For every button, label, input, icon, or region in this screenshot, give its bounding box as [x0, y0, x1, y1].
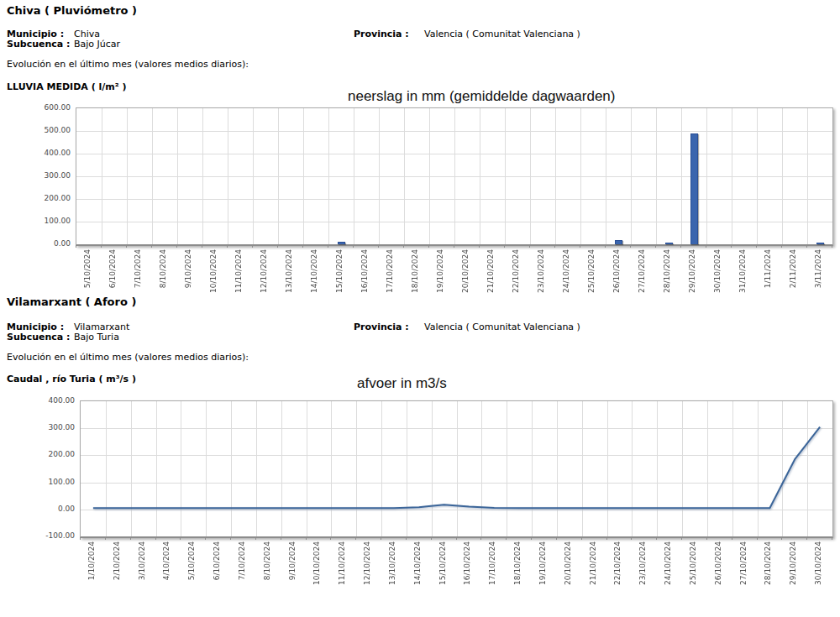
x-axis-tick-label: 12/10/2024 [363, 541, 371, 585]
y-axis-tick-label: 600.00 [18, 103, 71, 112]
x-axis-tick-label: 11/10/2024 [234, 249, 243, 293]
x-axis-tick [406, 537, 407, 540]
horizontal-gridline [76, 154, 832, 154]
subcuenca-label: Subcuenca : [7, 39, 70, 50]
x-axis-tick-label: 9/10/2024 [288, 541, 297, 580]
x-axis-tick [504, 245, 505, 248]
x-axis-tick-label: 23/10/2024 [638, 541, 647, 585]
x-axis-tick-label: 18/10/2024 [513, 541, 522, 585]
x-axis-tick-label: 19/10/2024 [436, 249, 444, 293]
x-axis-tick [581, 537, 582, 540]
x-axis-tick [554, 245, 555, 248]
x-axis-tick [832, 245, 832, 248]
x-axis-tick-label: 25/10/2024 [689, 541, 697, 585]
x-axis-tick-label: 12/10/2024 [260, 249, 268, 293]
horizontal-gridline [76, 176, 832, 177]
x-axis-tick [680, 245, 681, 248]
x-axis-tick [431, 537, 432, 540]
x-axis-tick [126, 245, 127, 248]
x-axis-tick [277, 245, 278, 248]
provincia-value: Valencia ( Comunitat Valenciana ) [424, 29, 580, 39]
x-axis-tick-label: 19/10/2024 [538, 541, 547, 585]
y-axis-tick-label: 0.00 [23, 505, 75, 513]
y-axis-tick-label: 100.00 [18, 217, 71, 225]
x-axis-tick-label: 13/10/2024 [285, 249, 293, 293]
x-axis-tick [302, 245, 303, 248]
x-axis-tick [381, 537, 381, 540]
x-axis-tick [556, 537, 557, 540]
x-axis-tick-label: 2/10/2024 [113, 541, 121, 580]
x-axis-tick-label: 28/10/2024 [663, 249, 671, 293]
x-axis-tick [605, 245, 606, 248]
x-axis-tick-label: 18/10/2024 [411, 249, 419, 293]
x-axis-tick-label: 16/10/2024 [360, 249, 369, 293]
x-axis-tick [656, 537, 657, 540]
x-axis-tick-label: 9/10/2024 [184, 249, 192, 288]
x-axis-tick [756, 245, 757, 248]
subcuenca-label: Subcuenca : [7, 332, 70, 342]
x-axis-tick-label: 30/10/2024 [713, 249, 722, 293]
x-axis-tick-label: 5/10/2024 [187, 541, 196, 580]
x-axis-tick [456, 537, 457, 540]
x-axis-tick [180, 537, 181, 540]
x-axis-tick-label: 26/10/2024 [612, 249, 621, 293]
x-axis-tick [757, 537, 758, 540]
x-axis-tick-label: 23/10/2024 [537, 249, 545, 293]
x-axis-tick [378, 245, 379, 248]
x-axis-tick [529, 245, 530, 248]
provincia-label: Provincia : [354, 322, 409, 332]
x-axis-tick-label: 21/10/2024 [589, 541, 597, 585]
y-axis-tick-label: 100.00 [23, 478, 75, 486]
evolution-note: Evolución en el último mes (valores medi… [7, 59, 249, 70]
x-axis-tick [655, 245, 656, 248]
y-axis-tick-label: 500.00 [18, 126, 71, 134]
horizontal-gridline [76, 131, 832, 132]
x-axis-tick [151, 245, 152, 248]
x-axis-tick-label: 5/10/2024 [83, 249, 92, 288]
subcuenca-value: Bajo Turia [74, 332, 119, 342]
x-axis-tick-label: 16/10/2024 [463, 541, 471, 585]
x-axis-tick-label: 1/10/2024 [87, 541, 96, 580]
x-axis-tick [227, 245, 228, 248]
x-axis-tick [281, 537, 281, 540]
x-axis-tick [403, 245, 404, 248]
flow-chart-title: Caudal , río Turia ( m³/s ) [7, 374, 136, 384]
section-title-vilamarxant: Vilamarxant ( Aforo ) [7, 295, 136, 308]
x-axis-tick [76, 245, 76, 248]
x-axis-tick [80, 537, 81, 540]
x-axis-tick [806, 245, 807, 248]
x-axis-tick [731, 245, 732, 248]
x-axis-tick [252, 245, 253, 248]
provincia-value: Valencia ( Comunitat Valenciana ) [424, 322, 580, 332]
x-axis-tick [230, 537, 231, 540]
x-axis-tick-label: 24/10/2024 [562, 249, 570, 293]
provincia-label: Provincia : [354, 29, 409, 39]
x-axis-tick-label: 17/10/2024 [488, 541, 496, 585]
x-axis-tick-label: 3/10/2024 [138, 541, 146, 580]
y-axis-tick-label: 300.00 [18, 171, 71, 180]
bar [665, 243, 673, 244]
annotation-afvoer: afvoer in m3/s [357, 375, 447, 392]
x-axis-tick-label: 3/11/2024 [814, 249, 822, 288]
horizontal-gridline [76, 222, 832, 222]
y-axis-tick-label: 200.00 [23, 450, 75, 458]
x-axis-tick [353, 245, 354, 248]
x-axis-tick-label: 25/10/2024 [587, 249, 596, 293]
bar [690, 133, 698, 244]
x-axis-tick-label: 10/10/2024 [209, 249, 218, 293]
x-axis-tick [706, 245, 706, 248]
x-axis-tick [306, 537, 307, 540]
x-axis-tick [328, 245, 328, 248]
x-axis-tick-label: 28/10/2024 [764, 541, 772, 585]
section-title-chiva: Chiva ( Pluviómetro ) [7, 4, 137, 17]
x-axis-tick-label: 13/10/2024 [388, 541, 396, 585]
y-axis-tick-label: 400.00 [23, 396, 75, 405]
x-axis-tick-label: 7/10/2024 [238, 541, 246, 580]
x-axis-tick-label: 30/10/2024 [814, 541, 822, 585]
x-axis-tick [832, 537, 832, 540]
x-axis-tick [630, 245, 631, 248]
x-axis-tick [428, 245, 429, 248]
x-axis-tick [506, 537, 507, 540]
x-axis-tick [101, 245, 102, 248]
x-axis-tick-label: 27/10/2024 [739, 541, 748, 585]
